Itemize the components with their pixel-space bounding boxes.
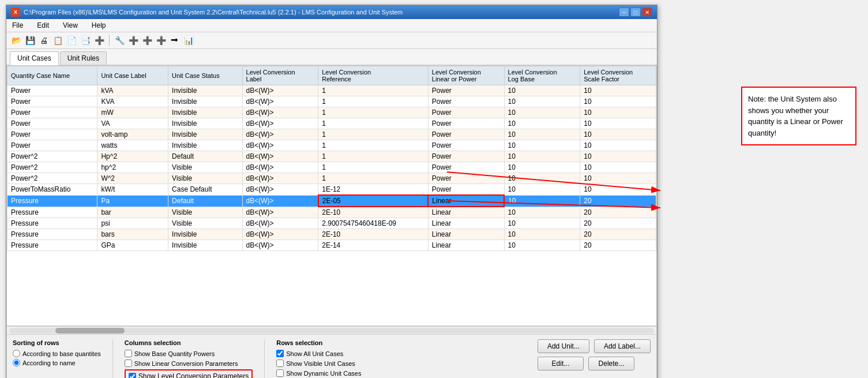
row-visible-checkbox[interactable]	[276, 360, 284, 367]
cell-qty: Power	[7, 140, 97, 151]
cell-lc-scale: 10	[580, 96, 656, 107]
toolbar-btn-5[interactable]: 📄	[65, 34, 78, 47]
cell-label: watts	[97, 140, 168, 151]
cell-lc-base: 10	[504, 85, 580, 96]
tab-unit-rules[interactable]: Unit Rules	[60, 51, 107, 65]
menu-help[interactable]: Help	[89, 20, 108, 31]
rows-section: Rows selection Show All Unit Cases Show …	[276, 339, 361, 377]
row-show-visible[interactable]: Show Visible Unit Cases	[276, 360, 361, 367]
table-row[interactable]: PowerwattsInvisibledB<(W)>1Power1010	[7, 140, 656, 151]
col-base-qty-checkbox[interactable]	[125, 350, 132, 357]
cell-lc-type: Power	[428, 118, 504, 129]
sorting-title: Sorting of rows	[13, 339, 101, 346]
row-all-label: Show All Unit Cases	[286, 350, 343, 357]
table-row[interactable]: PressureGPaInvisibledB<(W)>2E-14Linear10…	[7, 240, 656, 251]
table-row[interactable]: Powervolt-ampInvisibledB<(W)>1Power1010	[7, 129, 656, 140]
cell-lc-ref: 1	[318, 151, 429, 162]
maximize-button[interactable]: □	[630, 8, 641, 17]
col-level-conv[interactable]: Show Level Conversion Parameters	[125, 369, 253, 378]
sort-by-base[interactable]: According to base quantites	[13, 350, 101, 357]
add-label-button[interactable]: Add Label...	[594, 339, 651, 353]
cell-lc-base: 10	[504, 107, 580, 118]
table-row[interactable]: Power^2W^2VisibledB<(W)>1Power1010	[7, 173, 656, 184]
table-header-row: Quantity Case Name Unit Case Label Unit …	[7, 66, 656, 85]
cell-label: GPa	[97, 240, 168, 251]
toolbar-btn-13[interactable]: 📊	[182, 34, 195, 47]
cell-lc-scale: 20	[580, 218, 656, 229]
table-row[interactable]: PowerkVAInvisibledB<(W)>1Power1010	[7, 85, 656, 96]
data-table-container[interactable]: Quantity Case Name Unit Case Label Unit …	[7, 66, 656, 326]
cell-qty: Power	[7, 85, 97, 96]
col-base-qty[interactable]: Show Base Quantity Powers	[125, 350, 253, 357]
menu-view[interactable]: View	[61, 20, 80, 31]
toolbar-btn-4[interactable]: 📋	[51, 34, 64, 47]
bottom-panel: Sorting of rows According to base quanti…	[7, 334, 656, 378]
col-linear-conv[interactable]: Show Linear Conversion Parameters	[125, 360, 253, 367]
toolbar-btn-1[interactable]: 📂	[10, 34, 22, 47]
toolbar-btn-9[interactable]: ➕	[127, 34, 140, 47]
cell-lc-base: 10	[504, 240, 580, 251]
cell-lc-ref: 1E-12	[318, 184, 429, 196]
toolbar-btn-6[interactable]: 📑	[79, 34, 92, 47]
cell-lc-ref: 2E-10	[318, 207, 429, 218]
cell-qty: Pressure	[7, 207, 97, 218]
table-row[interactable]: PowerToMassRatiokW/tCase DefaultdB<(W)>1…	[7, 184, 656, 196]
delete-button[interactable]: Delete...	[588, 357, 634, 370]
col-linear-conv-checkbox[interactable]	[125, 360, 132, 367]
horizontal-scrollbar[interactable]	[7, 326, 656, 334]
sort-base-radio[interactable]	[13, 350, 20, 357]
cell-lc-label: dB<(W)>	[242, 240, 318, 251]
scrollbar-thumb[interactable]	[55, 328, 125, 334]
cell-lc-ref: 1	[318, 107, 429, 118]
sep-1	[112, 339, 113, 378]
cell-lc-ref: 1	[318, 129, 429, 140]
toolbar-btn-3[interactable]: 🖨	[37, 34, 50, 47]
cell-lc-label: dB<(W)>	[242, 140, 318, 151]
table-row[interactable]: Power^2hp^2VisibledB<(W)>1Power1010	[7, 162, 656, 173]
table-row[interactable]: PowermWInvisibledB<(W)>1Power1010	[7, 107, 656, 118]
cell-label: kW/t	[97, 184, 168, 196]
col-level-conv-checkbox[interactable]	[129, 373, 136, 379]
cell-lc-base: 10	[504, 162, 580, 173]
toolbar-btn-7[interactable]: ➕	[93, 34, 106, 47]
cell-lc-label: dB<(W)>	[242, 118, 318, 129]
cell-lc-type: Power	[428, 162, 504, 173]
action-buttons: Add Unit... Add Label... Edit... Delete.…	[538, 339, 651, 370]
row-show-dynamic[interactable]: Show Dynamic Unit Cases	[276, 369, 361, 377]
toolbar-btn-12[interactable]: ⮕	[168, 34, 181, 47]
sort-name-radio[interactable]	[13, 359, 20, 366]
table-row[interactable]: Power^2Hp^2DefaultdB<(W)>1Power1010	[7, 151, 656, 162]
tab-unit-cases[interactable]: Unit Cases	[10, 51, 59, 65]
cell-lc-ref: 1	[318, 96, 429, 107]
cell-status: Default	[168, 195, 242, 207]
table-row[interactable]: PressurebarVisibledB<(W)>2E-10Linear1020	[7, 207, 656, 218]
cell-status: Case Default	[168, 184, 242, 196]
menu-file[interactable]: File	[10, 20, 25, 31]
note-box: Note: the Unit System also shows you whe…	[741, 87, 856, 145]
minimize-button[interactable]: ─	[619, 8, 629, 17]
table-row[interactable]: PressurePaDefaultdB<(W)>2E-05Linear1020	[7, 195, 656, 207]
row-show-all[interactable]: Show All Unit Cases	[276, 350, 361, 357]
buttons-row-2: Edit... Delete...	[538, 357, 651, 370]
table-row[interactable]: PowerKVAInvisibledB<(W)>1Power1010	[7, 96, 656, 107]
title-bar-buttons: ─ □ ✕	[619, 8, 652, 17]
sort-by-name[interactable]: According to name	[13, 359, 101, 366]
row-all-checkbox[interactable]	[276, 350, 284, 357]
row-dynamic-checkbox[interactable]	[276, 369, 284, 377]
toolbar-btn-2[interactable]: 💾	[24, 34, 36, 47]
cell-qty: Power	[7, 129, 97, 140]
table-row[interactable]: PowerVAInvisibledB<(W)>1Power1010	[7, 118, 656, 129]
toolbar-btn-8[interactable]: 🔧	[113, 34, 126, 47]
columns-section: Columns selection Show Base Quantity Pow…	[125, 339, 253, 378]
toolbar-btn-11[interactable]: ➕	[155, 34, 167, 47]
col-header-status: Unit Case Status	[168, 66, 242, 85]
edit-button[interactable]: Edit...	[538, 357, 584, 370]
col-header-label: Unit Case Label	[97, 66, 168, 85]
toolbar-btn-10[interactable]: ➕	[141, 34, 153, 47]
menu-edit[interactable]: Edit	[35, 20, 51, 31]
close-button[interactable]: ✕	[642, 8, 652, 17]
table-row[interactable]: PressurebarsInvisibledB<(W)>2E-10Linear1…	[7, 229, 656, 240]
cell-lc-scale: 20	[580, 240, 656, 251]
add-unit-button[interactable]: Add Unit...	[538, 339, 589, 353]
table-row[interactable]: PressurepsiVisibledB<(W)>2.9007547546041…	[7, 218, 656, 229]
